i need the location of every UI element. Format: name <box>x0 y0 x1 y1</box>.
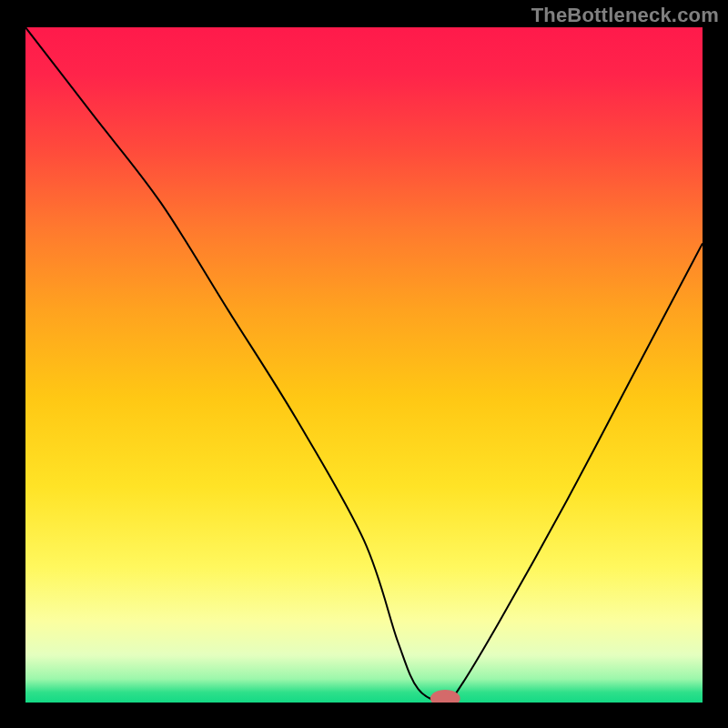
chart-frame: TheBottleneck.com <box>0 0 728 728</box>
plot-svg <box>25 27 703 703</box>
gradient-rect <box>25 27 703 703</box>
bottleneck-plot <box>25 27 703 703</box>
watermark-text: TheBottleneck.com <box>531 4 719 27</box>
